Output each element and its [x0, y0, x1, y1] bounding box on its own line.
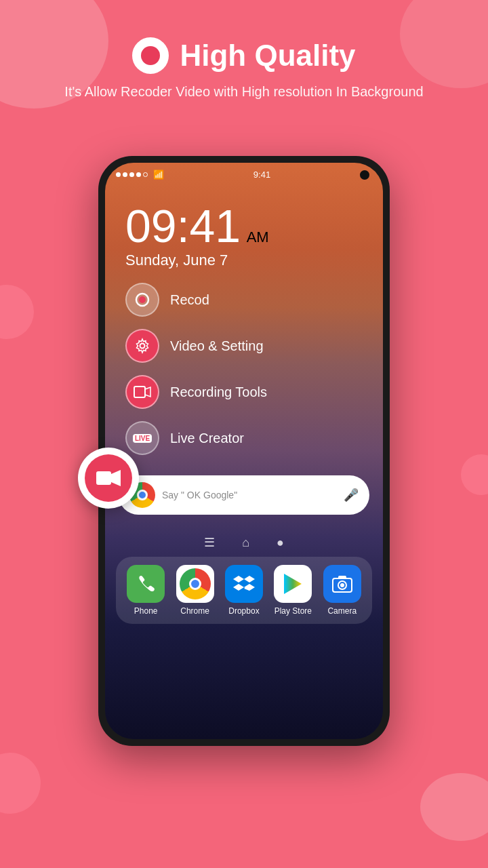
- menu-label-video-setting: Video & Setting: [170, 338, 264, 354]
- navigation-bar: ☰ ⌂ ●: [105, 526, 383, 557]
- status-time: 9:41: [253, 170, 270, 180]
- menu-label-recording-tools: Recording Tools: [170, 384, 267, 400]
- svg-point-3: [139, 296, 146, 303]
- signal-indicator: 📶: [116, 170, 164, 180]
- menu-label-recod: Recod: [170, 292, 209, 308]
- dock-app-chrome[interactable]: Chrome: [176, 565, 214, 616]
- dropbox-app-icon: [225, 565, 263, 603]
- google-search-bar[interactable]: Say " OK Google" 🎤: [119, 475, 369, 515]
- recod-icon-circle: [125, 283, 159, 317]
- camera-app-label: Camera: [327, 606, 357, 616]
- svg-marker-12: [284, 574, 302, 594]
- svg-marker-9: [233, 584, 244, 591]
- menu-item-live-creator[interactable]: LIVE Live Creator: [125, 421, 369, 455]
- svg-rect-5: [134, 387, 145, 397]
- camera-app-icon: [323, 565, 361, 603]
- record-circle-icon: [135, 292, 150, 307]
- svg-marker-6: [145, 387, 150, 397]
- header-title-row: High Quality: [0, 37, 488, 74]
- signal-dot-5: [143, 172, 148, 177]
- svg-marker-8: [244, 576, 255, 583]
- live-creator-icon-circle: LIVE: [125, 421, 159, 455]
- video-setting-icon-circle: [125, 329, 159, 363]
- phone-mockup: 📶 9:41 09:41 AM Sunday, June 7: [98, 156, 390, 746]
- signal-dot-3: [129, 172, 134, 177]
- menu-label-live-creator: Live Creator: [170, 431, 244, 446]
- dock-app-dropbox[interactable]: Dropbox: [225, 565, 263, 616]
- record-dot: [141, 46, 160, 65]
- svg-rect-0: [96, 471, 111, 485]
- nav-menu-button[interactable]: ☰: [204, 535, 215, 550]
- signal-dot-1: [116, 172, 121, 177]
- menu-item-recording-tools[interactable]: Recording Tools: [125, 375, 369, 409]
- dock-app-camera[interactable]: Camera: [323, 565, 361, 616]
- google-g-center: [137, 490, 148, 500]
- phone-icon: [136, 574, 156, 594]
- clock-date: Sunday, June 7: [125, 252, 363, 269]
- dock-app-playstore[interactable]: Play Store: [274, 565, 312, 616]
- playstore-app-label: Play Store: [274, 606, 312, 616]
- clock-ampm: AM: [247, 229, 269, 245]
- app-dock: Phone Chrome: [116, 557, 372, 624]
- film-icon: [134, 384, 151, 399]
- phone-app-icon: [127, 565, 165, 603]
- video-camera-icon: [96, 469, 121, 488]
- nav-home-button[interactable]: ⌂: [242, 536, 249, 550]
- dropbox-app-label: Dropbox: [228, 606, 259, 616]
- chrome-icon: [180, 568, 211, 599]
- phone-screen: 📶 9:41 09:41 AM Sunday, June 7: [105, 163, 383, 739]
- clock-display: 09:41 AM Sunday, June 7: [105, 182, 383, 276]
- nav-recents-button[interactable]: ●: [277, 536, 284, 550]
- floating-video-button[interactable]: [78, 448, 139, 509]
- search-placeholder: Say " OK Google": [162, 490, 337, 500]
- front-camera: [360, 170, 369, 180]
- playstore-app-icon: [274, 565, 312, 603]
- svg-point-4: [140, 344, 145, 349]
- clock-time: 09:41: [125, 200, 241, 252]
- camera-icon: [331, 574, 353, 593]
- menu-item-video-setting[interactable]: Video & Setting: [125, 329, 369, 363]
- mic-icon[interactable]: 🎤: [344, 488, 359, 502]
- chrome-center: [189, 578, 201, 590]
- live-badge: LIVE: [133, 434, 152, 443]
- dock-app-phone[interactable]: Phone: [127, 565, 165, 616]
- bg-blob-right-mid: [461, 454, 488, 495]
- page-title: High Quality: [180, 39, 355, 73]
- svg-rect-16: [338, 576, 346, 579]
- clock-time-row: 09:41 AM: [125, 203, 363, 249]
- chrome-app-icon: [176, 565, 214, 603]
- svg-marker-1: [111, 470, 121, 486]
- svg-marker-7: [233, 576, 244, 583]
- gear-icon: [134, 338, 150, 354]
- signal-dot-4: [136, 172, 141, 177]
- dropbox-icon: [233, 574, 255, 593]
- chrome-app-label: Chrome: [180, 606, 209, 616]
- header: High Quality It's Allow Recoder Video wi…: [0, 0, 488, 101]
- header-subtitle: It's Allow Recoder Video with High resol…: [0, 82, 488, 101]
- phone-outer: 📶 9:41 09:41 AM Sunday, June 7: [98, 156, 390, 746]
- floating-video-button-inner: [85, 454, 132, 502]
- bg-blob-bottom-right: [420, 773, 488, 841]
- phone-app-label: Phone: [134, 606, 158, 616]
- bg-blob-left-mid: [0, 285, 34, 339]
- bg-blob-bottom-left: [0, 753, 41, 814]
- wifi-icon: 📶: [153, 170, 164, 180]
- playstore-icon: [281, 572, 304, 595]
- menu-item-recod[interactable]: Recod: [125, 283, 369, 317]
- recording-tools-icon-circle: [125, 375, 159, 409]
- svg-point-15: [340, 583, 344, 587]
- record-icon-large: [132, 37, 169, 74]
- signal-dot-2: [123, 172, 127, 177]
- menu-items: Recod Video & Setting: [105, 276, 383, 455]
- status-bar: 📶 9:41: [105, 163, 383, 182]
